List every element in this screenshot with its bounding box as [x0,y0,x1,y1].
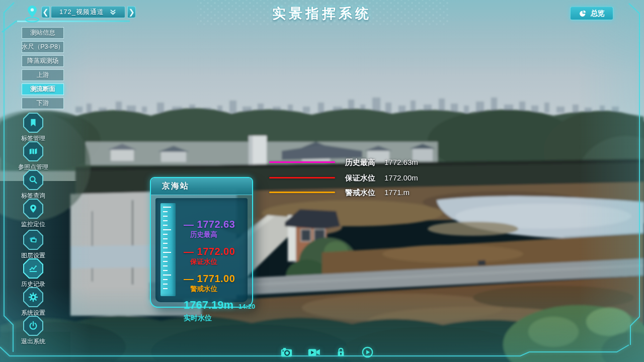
gear-icon [24,288,42,306]
sidebar-item-downstream[interactable]: 下游 [22,98,64,109]
bottom-toolbar [280,345,390,361]
search-icon [24,171,42,189]
overlay-label: 警戒水位 [345,188,375,198]
sidebar-item-flow-section[interactable]: 测流断面 [22,83,64,95]
overview-button[interactable]: 总览 [570,7,613,20]
tool-tag-management[interactable]: 标签管理 [13,113,53,143]
overlay-label: 历史最高 [345,158,375,167]
realtime-row: 1767.19m 14:20 实时水位 [184,299,255,323]
sidebar-item-evaporation-field[interactable]: 降蒸观测场 [22,55,64,67]
lock-icon[interactable] [335,345,347,361]
overlay-label: 保证水位 [345,173,375,183]
overview-label: 总览 [591,9,605,18]
station-panel-header: 京海站 [151,178,252,195]
bookmark-icon [24,114,42,132]
tool-history-records[interactable]: 历史记录 [13,258,53,289]
level-value: — 1771.00 [184,274,235,284]
level-label: 保证水位 [190,258,235,265]
level-row-historic-max: — 1772.63 历史最高 [184,219,235,238]
tool-layer-settings[interactable]: 图层设置 [13,230,53,260]
overlay-line-guaranteed [269,177,335,178]
overlay-line-warning [269,192,335,193]
level-label: 警戒水位 [190,286,235,293]
tool-system-settings[interactable]: 系统设置 [13,287,53,317]
realtime-label: 实时水位 [184,314,255,323]
layers-icon [24,231,42,249]
sidebar-item-upstream[interactable]: 上游 [22,69,64,81]
station-name: 京海站 [162,181,189,192]
station-level-panel: 京海站 — 1772.63 历史最高 — 1772.00 保证水位 — 1771… [150,177,253,308]
overlay-value: 1771.m [384,188,410,197]
pie-chart-icon [579,9,587,18]
tool-monitor-locate[interactable]: 监控定位 [13,199,53,229]
tool-label: 监控定位 [13,220,53,229]
power-icon [24,317,42,335]
tool-exit-system[interactable]: 退出系统 [13,316,53,346]
level-row-guaranteed: — 1772.00 保证水位 [184,246,235,265]
history-chart-icon [24,259,42,278]
level-value: — 1772.63 [184,219,235,230]
sidebar-sections: 测站信息 水尺（P3-P8） 降蒸观测场 上游 测流断面 下游 [22,27,64,112]
app-root: ❮ 172_视频通道 ❯ 实景指挥系统 总览 测站信息 水尺（P3-P8） 降蒸… [0,0,644,362]
level-label: 历史最高 [190,231,235,238]
station-panel-body: — 1772.63 历史最高 — 1772.00 保证水位 — 1771.00 … [155,198,248,302]
video-camera-icon[interactable] [307,345,321,361]
water-gauge-ruler [160,203,176,296]
map-icon [24,142,42,160]
tool-label: 退出系统 [13,337,53,346]
sidebar-item-water-gauge[interactable]: 水尺（P3-P8） [22,41,64,53]
camera-icon[interactable] [280,345,293,361]
play-icon[interactable] [361,345,374,361]
level-row-warning: — 1771.00 警戒水位 [184,274,235,293]
overlay-line-historic-max [269,161,335,163]
sidebar-item-station-info[interactable]: 测站信息 [22,27,64,39]
video-feed-scene [0,0,644,362]
level-value: — 1772.00 [184,246,235,257]
tool-tag-query[interactable]: 标签查询 [13,170,53,200]
overlay-value: 1772.63m [384,158,418,166]
page-title: 实景指挥系统 [0,5,644,23]
realtime-value: 1767.19m [184,299,233,312]
tool-reference-points[interactable]: 参照点管理 [13,141,53,171]
location-pin-icon [24,200,42,218]
realtime-time: 14:20 [238,303,255,310]
overlay-value: 1772.00m [384,173,418,182]
